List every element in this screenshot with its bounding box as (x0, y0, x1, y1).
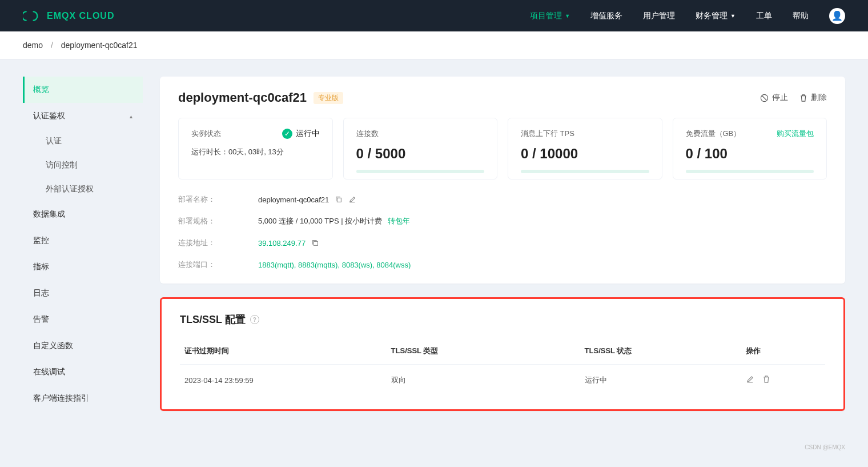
stat-tps: 消息上下行 TPS 0 / 10000 (508, 118, 662, 179)
table-row: 2023-04-14 23:59:59 双向 运行中 (180, 365, 825, 396)
chevron-up-icon: ▴ (130, 113, 132, 119)
chevron-down-icon: ▼ (565, 13, 570, 19)
avatar[interactable]: 👤 (829, 8, 845, 24)
nav-help[interactable]: 帮助 (793, 11, 809, 21)
tls-table: 证书过期时间 TLS/SSL 类型 TLS/SSL 状态 操作 2023-04-… (180, 338, 825, 396)
check-icon: ✓ (282, 129, 292, 139)
top-nav: 项目管理▼ 增值服务 用户管理 财务管理▼ 工单 帮助 👤 (530, 8, 845, 24)
convert-yearly-link[interactable]: 转包年 (388, 216, 410, 226)
info-spec: 部署规格： 5,000 连接 / 10,000 TPS | 按小时计费转包年 (178, 216, 827, 226)
breadcrumb-current: deployment-qc0caf21 (61, 41, 138, 50)
col-status: TLS/SSL 状态 (580, 338, 742, 365)
delete-button[interactable]: 删除 (799, 93, 827, 103)
sidebar-item-debug[interactable]: 在线调试 (23, 359, 143, 385)
sidebar-sub-authn[interactable]: 认证 (23, 129, 143, 153)
nav-project-mgmt[interactable]: 项目管理▼ (530, 11, 570, 21)
sidebar-sub-extauth[interactable]: 外部认证授权 (23, 177, 143, 201)
sidebar-sub-acl[interactable]: 访问控制 (23, 153, 143, 177)
stat-traffic: 免费流量（GB）购买流量包 0 / 100 (673, 118, 827, 179)
sidebar-item-alarm[interactable]: 告警 (23, 306, 143, 333)
breadcrumb: demo / deployment-qc0caf21 (0, 31, 868, 59)
brand-text: EMQX CLOUD (47, 11, 114, 21)
nav-ticket[interactable]: 工单 (756, 11, 772, 21)
svg-rect-2 (337, 198, 341, 202)
sidebar-item-metrics[interactable]: 指标 (23, 254, 143, 280)
sidebar-item-client-guide[interactable]: 客户端连接指引 (23, 385, 143, 412)
col-expire: 证书过期时间 (180, 338, 387, 365)
plan-badge: 专业版 (314, 92, 343, 104)
stat-status: 实例状态 ✓运行中 运行时长：00天, 03时, 13分 (178, 118, 333, 179)
tls-section-title: TLS/SSL 配置 ? (180, 313, 825, 326)
sidebar-item-monitor[interactable]: 监控 (23, 227, 143, 254)
chevron-down-icon: ▼ (730, 13, 736, 19)
edit-icon[interactable] (348, 195, 356, 203)
info-name: 部署名称： deployment-qc0caf21 (178, 194, 827, 205)
help-icon[interactable]: ? (250, 315, 259, 324)
emqx-logo-icon (23, 10, 41, 22)
sidebar-item-logs[interactable]: 日志 (23, 280, 143, 306)
svg-rect-3 (314, 241, 318, 245)
brand-logo[interactable]: EMQX CLOUD (23, 10, 114, 22)
svg-line-1 (762, 95, 767, 100)
top-header: EMQX CLOUD 项目管理▼ 增值服务 用户管理 财务管理▼ 工单 帮助 👤 (0, 0, 868, 31)
edit-icon[interactable] (746, 375, 754, 384)
col-action: 操作 (741, 338, 825, 365)
buy-traffic-link[interactable]: 购买流量包 (777, 129, 814, 139)
breadcrumb-root[interactable]: demo (23, 41, 43, 50)
info-address: 连接地址： 39.108.249.77 (178, 238, 827, 248)
sidebar: 概览 认证鉴权▴ 认证 访问控制 外部认证授权 数据集成 监控 指标 日志 告警… (23, 77, 143, 412)
info-ports: 连接端口： 1883(mqtt), 8883(mqtts), 8083(ws),… (178, 260, 827, 270)
tls-config-card: TLS/SSL 配置 ? 证书过期时间 TLS/SSL 类型 TLS/SSL 状… (160, 297, 845, 411)
nav-vas[interactable]: 增值服务 (590, 11, 622, 21)
sidebar-item-auth[interactable]: 认证鉴权▴ (23, 103, 143, 129)
copy-icon[interactable] (335, 195, 343, 203)
copy-icon[interactable] (311, 239, 319, 247)
stop-icon (760, 94, 769, 102)
trash-icon[interactable] (762, 375, 770, 384)
trash-icon (799, 94, 807, 102)
nav-user-mgmt[interactable]: 用户管理 (643, 11, 675, 21)
stat-connections: 连接数 0 / 5000 (343, 118, 498, 179)
deployment-title: deployment-qc0caf21 专业版 (178, 90, 343, 105)
sidebar-item-custom-fn[interactable]: 自定义函数 (23, 333, 143, 359)
watermark: CSDN @EMQX (0, 442, 868, 453)
overview-card: deployment-qc0caf21 专业版 停止 删除 实例状态 ✓运行中 … (160, 77, 845, 284)
sidebar-item-overview[interactable]: 概览 (23, 77, 143, 103)
sidebar-item-integration[interactable]: 数据集成 (23, 201, 143, 227)
nav-finance[interactable]: 财务管理▼ (696, 11, 736, 21)
stop-button[interactable]: 停止 (760, 93, 788, 103)
col-type: TLS/SSL 类型 (387, 338, 580, 365)
